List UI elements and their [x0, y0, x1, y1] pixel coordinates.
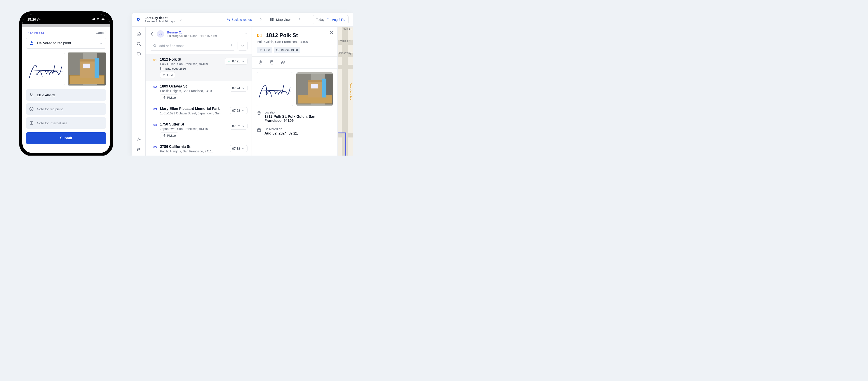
- location-arrow-icon: [37, 18, 40, 21]
- stop-number: 03: [153, 108, 157, 111]
- nav-chevron[interactable]: [256, 18, 266, 22]
- note-internal-placeholder: Note for internal use: [37, 121, 67, 125]
- link-icon[interactable]: [281, 60, 285, 65]
- rail-help-icon[interactable]: [136, 147, 141, 152]
- stop-row[interactable]: 04 1750 Sutter St Japantown, San Francis…: [146, 119, 252, 142]
- sort-icon: [162, 73, 166, 77]
- signal-icon: [91, 18, 95, 21]
- photo-card[interactable]: [68, 52, 106, 86]
- check-icon: [227, 59, 231, 63]
- info-icon: [29, 107, 34, 111]
- locate-icon[interactable]: [258, 60, 263, 65]
- map-view[interactable]: reen St Vallejo St Broadway Van Ness Ave: [338, 27, 352, 155]
- status-label: Delivered to recipient: [37, 41, 96, 45]
- stop-address: Polk Gulch, San Francisco, 94109: [160, 62, 221, 66]
- stop-search-input[interactable]: Add or find stops /: [150, 41, 235, 51]
- date-selector[interactable]: Today Fri, Aug 2 Ro: [313, 15, 348, 24]
- wifi-icon: [96, 18, 100, 21]
- rail-search-icon[interactable]: [136, 41, 141, 46]
- stop-address: Pacific Heights, San Francisco, 94115: [160, 149, 226, 153]
- stop-options-button[interactable]: [238, 41, 248, 51]
- pin-outline-icon: [257, 111, 261, 116]
- stop-row[interactable]: 05 2786 California St Pacific Heights, S…: [146, 142, 252, 155]
- stop-tag: Pickup: [160, 133, 178, 138]
- map-label-green: reen St: [342, 27, 351, 30]
- chip-time-window: Before 13:00: [274, 47, 300, 53]
- header-address[interactable]: 1812 Polk St: [26, 31, 44, 35]
- submit-button[interactable]: Submit: [26, 132, 106, 144]
- recipient-row[interactable]: Elsie Alberts: [26, 89, 106, 100]
- stop-address: 1501-1699 Octavia Street, Japantown, San…: [160, 112, 226, 115]
- undo-icon: [226, 18, 230, 22]
- driver-avatar[interactable]: BC: [157, 30, 164, 37]
- nav-chevron-2[interactable]: [294, 18, 305, 22]
- caret-down-icon: [99, 41, 103, 45]
- note-internal-row[interactable]: Note for internal use: [26, 117, 106, 129]
- chevron-right-icon: [259, 18, 263, 21]
- person-icon: [29, 41, 34, 46]
- route-panel: BC Bessie C. Finishing 08:40, • Done 1/1…: [146, 27, 252, 155]
- route-line: [338, 133, 346, 134]
- stop-row[interactable]: 01 1812 Polk St Polk Gulch, San Francisc…: [146, 54, 252, 81]
- back-arrow-icon[interactable]: [150, 32, 154, 36]
- chip-time-label: Before 13:00: [281, 49, 298, 52]
- back-to-routes-button[interactable]: Back to routes: [226, 18, 252, 22]
- search-placeholder: Add or find stops: [159, 44, 226, 48]
- depot-selector[interactable]: East Bay depot 2 routes in last 30 days: [145, 16, 175, 23]
- stop-tag: First: [160, 72, 175, 78]
- stop-time-chip[interactable]: 07:28: [230, 107, 248, 114]
- today-label: Today: [316, 18, 324, 22]
- arrow-up-icon: [162, 134, 166, 137]
- svg-rect-40: [80, 59, 96, 78]
- chevron-down-icon: [241, 147, 245, 150]
- svg-rect-42: [83, 63, 90, 68]
- more-dots-icon[interactable]: [243, 32, 248, 36]
- stop-number: 02: [153, 85, 157, 89]
- signature-card[interactable]: [26, 52, 65, 86]
- cancel-button[interactable]: Cancel: [96, 31, 106, 35]
- calendar-icon: [257, 128, 261, 132]
- clock-icon: [276, 48, 280, 52]
- package-photo: [68, 52, 106, 86]
- stop-number: 04: [153, 123, 157, 127]
- driver-name[interactable]: Bessie C.: [167, 30, 240, 34]
- copy-icon[interactable]: [270, 60, 274, 65]
- stop-title: Mary Ellen Pleasant Memorial Park: [160, 107, 226, 111]
- detail-action-bar: [252, 56, 338, 68]
- detail-photo-card[interactable]: [296, 72, 334, 106]
- stop-time-chip[interactable]: 07:24: [230, 85, 248, 92]
- location-value: 1812 Polk St. Polk Gulch, San Francisco,…: [265, 115, 333, 123]
- detail-stop-number: 01: [257, 33, 262, 38]
- rail-settings-icon[interactable]: [136, 137, 141, 142]
- status-select[interactable]: Delivered to recipient: [26, 38, 106, 49]
- map-view-button[interactable]: Map view: [270, 18, 290, 22]
- stop-time-chip[interactable]: 07:32: [230, 123, 248, 129]
- rail-present-icon[interactable]: [136, 52, 141, 57]
- stop-row[interactable]: 02 1809 Octavia St Pacific Heights, San …: [146, 81, 252, 104]
- stop-address: Pacific Heights, San Francisco, 94109: [160, 89, 226, 93]
- search-shortcut: /: [228, 43, 232, 48]
- back-routes-label: Back to routes: [231, 18, 252, 22]
- depot-name: East Bay depot: [145, 16, 175, 20]
- browser-chrome: [22, 24, 110, 27]
- arrow-up-icon: [162, 96, 166, 99]
- stop-row[interactable]: 03 Mary Ellen Pleasant Memorial Park 150…: [146, 104, 252, 119]
- stop-number: 01: [153, 58, 157, 62]
- close-icon[interactable]: [329, 30, 334, 35]
- note-icon: [160, 67, 164, 70]
- map-view-label: Map view: [276, 18, 290, 22]
- stop-time-chip[interactable]: 07:38: [230, 145, 248, 152]
- stop-time-chip[interactable]: 07:21: [225, 58, 248, 65]
- depot-pin-icon: [136, 18, 141, 22]
- stop-tag: Pickup: [160, 94, 178, 100]
- detail-signature-card[interactable]: [256, 72, 293, 106]
- stop-title: 1809 Octavia St: [160, 84, 226, 88]
- chip-first: First: [257, 47, 272, 53]
- desktop-window: East Bay depot 2 routes in last 30 days …: [132, 13, 352, 155]
- rail-home-icon[interactable]: [136, 31, 141, 36]
- svg-rect-49: [308, 80, 323, 82]
- svg-rect-41: [80, 59, 96, 61]
- stop-title: 1812 Polk St: [160, 57, 221, 61]
- note-recipient-row[interactable]: Note for recipient: [26, 103, 106, 115]
- svg-rect-50: [311, 84, 318, 88]
